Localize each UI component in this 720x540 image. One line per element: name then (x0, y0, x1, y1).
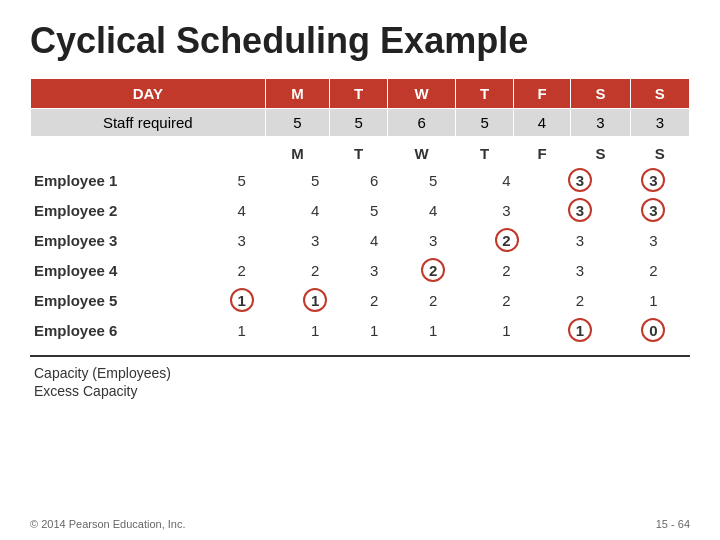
table-row: Employee 15565433 (30, 165, 690, 195)
cell-value: 3 (617, 225, 690, 255)
schedule-table: DAY M T W T F S S Staff required 5 5 6 5… (30, 78, 690, 165)
employee-label: Employee 4 (30, 255, 205, 285)
table-row: Employee 42232232 (30, 255, 690, 285)
cell-value: 2 (352, 285, 397, 315)
staff-t2: 5 (456, 109, 513, 137)
employee-label: Employee 1 (30, 165, 205, 195)
header-f: F (513, 79, 570, 109)
circled-value: 1 (303, 288, 327, 312)
cell-value: 1 (278, 285, 351, 315)
employee-rows: Employee 15565433Employee 24454333Employ… (30, 165, 690, 345)
cell-value: 5 (352, 195, 397, 225)
cell-value: 2 (470, 285, 543, 315)
header-s2: S (630, 79, 689, 109)
header-t2: T (456, 79, 513, 109)
cell-value: 3 (470, 195, 543, 225)
cell-value: 3 (617, 195, 690, 225)
cell-value: 2 (470, 255, 543, 285)
circled-value: 1 (230, 288, 254, 312)
circled-value: 2 (495, 228, 519, 252)
table-row: Employee 33343233 (30, 225, 690, 255)
sub-t2: T (456, 137, 513, 166)
sub-empty (31, 137, 266, 166)
day-header: DAY (31, 79, 266, 109)
cell-value: 2 (543, 285, 616, 315)
cell-value: 6 (352, 165, 397, 195)
cell-value: 1 (205, 285, 278, 315)
sub-f: F (513, 137, 570, 166)
staff-s2: 3 (630, 109, 689, 137)
circled-value: 3 (568, 198, 592, 222)
circled-value: 1 (568, 318, 592, 342)
cell-value: 1 (617, 285, 690, 315)
header-m: M (265, 79, 330, 109)
footer-labels: Capacity (Employees) Excess Capacity (30, 365, 690, 401)
sub-m: M (265, 137, 330, 166)
cell-value: 3 (543, 255, 616, 285)
excess-label: Excess Capacity (34, 383, 690, 399)
cell-value: 2 (205, 255, 278, 285)
table-row: Employee 61111110 (30, 315, 690, 345)
staff-f: 4 (513, 109, 570, 137)
cell-value: 2 (396, 285, 469, 315)
cell-value: 1 (278, 315, 351, 345)
copyright: © 2014 Pearson Education, Inc. (30, 518, 185, 530)
sub-w: W (387, 137, 455, 166)
cell-value: 4 (396, 195, 469, 225)
cell-value: 4 (470, 165, 543, 195)
staff-w: 6 (387, 109, 455, 137)
divider (30, 355, 690, 357)
employee-label: Employee 2 (30, 195, 205, 225)
cell-value: 3 (543, 225, 616, 255)
cell-value: 1 (543, 315, 616, 345)
cell-value: 1 (352, 315, 397, 345)
cell-value: 3 (617, 165, 690, 195)
employee-label: Employee 3 (30, 225, 205, 255)
staff-label: Staff required (31, 109, 266, 137)
staff-row: Staff required 5 5 6 5 4 3 3 (31, 109, 690, 137)
page-number: 15 - 64 (656, 518, 690, 530)
employee-label: Employee 6 (30, 315, 205, 345)
cell-value: 3 (396, 225, 469, 255)
cell-value: 1 (396, 315, 469, 345)
page: Cyclical Scheduling Example DAY M T W T … (0, 0, 720, 540)
circled-value: 2 (421, 258, 445, 282)
table-row: Employee 24454333 (30, 195, 690, 225)
table-row: Employee 51122221 (30, 285, 690, 315)
circled-value: 3 (641, 168, 665, 192)
cell-value: 1 (470, 315, 543, 345)
sub-s1: S (571, 137, 630, 166)
circled-value: 3 (641, 198, 665, 222)
sub-t1: T (330, 137, 387, 166)
capacity-label: Capacity (Employees) (34, 365, 690, 381)
sub-s2: S (630, 137, 689, 166)
header-row: DAY M T W T F S S (31, 79, 690, 109)
header-t1: T (330, 79, 387, 109)
cell-value: 5 (205, 165, 278, 195)
cell-value: 3 (205, 225, 278, 255)
header-w: W (387, 79, 455, 109)
cell-value: 4 (352, 225, 397, 255)
circled-value: 0 (641, 318, 665, 342)
cell-value: 5 (396, 165, 469, 195)
sub-header-row: M T W T F S S (31, 137, 690, 166)
cell-value: 4 (205, 195, 278, 225)
cell-value: 2 (278, 255, 351, 285)
cell-value: 2 (396, 255, 469, 285)
staff-m: 5 (265, 109, 330, 137)
employee-label: Employee 5 (30, 285, 205, 315)
staff-s1: 3 (571, 109, 630, 137)
cell-value: 2 (470, 225, 543, 255)
cell-value: 3 (543, 165, 616, 195)
cell-value: 0 (617, 315, 690, 345)
staff-t1: 5 (330, 109, 387, 137)
cell-value: 3 (352, 255, 397, 285)
page-title: Cyclical Scheduling Example (30, 20, 690, 62)
cell-value: 3 (278, 225, 351, 255)
cell-value: 1 (205, 315, 278, 345)
cell-value: 5 (278, 165, 351, 195)
cell-value: 3 (543, 195, 616, 225)
cell-value: 2 (617, 255, 690, 285)
circled-value: 3 (568, 168, 592, 192)
header-s1: S (571, 79, 630, 109)
